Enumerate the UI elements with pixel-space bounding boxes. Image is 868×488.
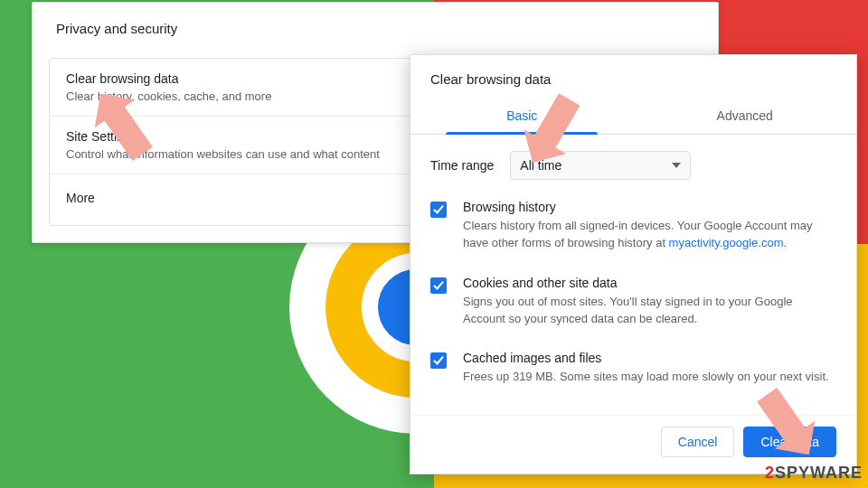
option-desc: Clears history from all signed-in device… bbox=[463, 218, 836, 252]
tab-advanced[interactable]: Advanced bbox=[634, 99, 857, 134]
watermark: 2SPYWARE bbox=[765, 464, 863, 483]
time-range-select[interactable]: All time bbox=[510, 151, 691, 180]
option-cached: Cached images and files Frees up 319 MB.… bbox=[430, 351, 836, 386]
cancel-button[interactable]: Cancel bbox=[661, 427, 735, 457]
option-cookies: Cookies and other site data Signs you ou… bbox=[430, 276, 836, 328]
time-range-value: All time bbox=[520, 158, 561, 173]
myactivity-link[interactable]: myactivity.google.com bbox=[669, 236, 784, 249]
checkbox-cached[interactable] bbox=[430, 352, 447, 369]
tab-basic[interactable]: Basic bbox=[410, 99, 634, 134]
section-title: Privacy and security bbox=[33, 3, 718, 58]
clear-data-button[interactable]: Clear data bbox=[743, 427, 836, 457]
time-range-label: Time range bbox=[430, 158, 494, 173]
checkbox-browsing-history[interactable] bbox=[430, 202, 447, 218]
clear-data-dialog: Clear browsing data Basic Advanced Time … bbox=[410, 54, 857, 474]
option-title: Browsing history bbox=[463, 200, 836, 214]
chevron-down-icon bbox=[672, 163, 681, 168]
dialog-tabs: Basic Advanced bbox=[410, 99, 856, 135]
option-browsing-history: Browsing history Clears history from all… bbox=[430, 200, 836, 252]
option-desc: Frees up 319 MB. Some sites may load mor… bbox=[463, 369, 829, 386]
dialog-title: Clear browsing data bbox=[410, 55, 856, 99]
option-desc: Signs you out of most sites. You'll stay… bbox=[463, 294, 836, 328]
option-title: Cached images and files bbox=[463, 351, 829, 365]
option-title: Cookies and other site data bbox=[463, 276, 836, 290]
checkbox-cookies[interactable] bbox=[430, 277, 447, 294]
